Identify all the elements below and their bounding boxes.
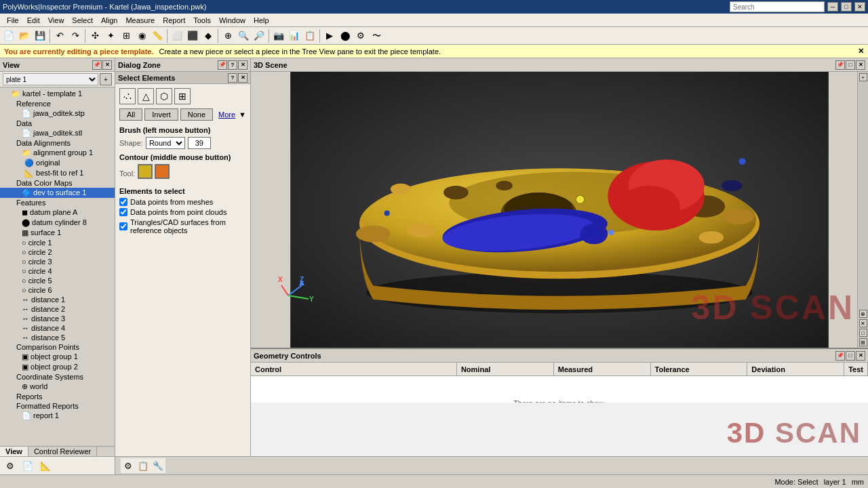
menu-measure[interactable]: Measure	[121, 16, 159, 24]
tree-item-datum-plane[interactable]: ◼ datum plane A	[0, 207, 115, 218]
measure-btn[interactable]: 📏	[150, 28, 165, 43]
menu-select[interactable]: Select	[68, 16, 97, 24]
sel-icon-mesh[interactable]: △	[138, 88, 154, 104]
tree-section-comparison[interactable]: Comparison Points	[0, 342, 115, 352]
tree-item-align-group1[interactable]: 📁 alignment group 1	[0, 148, 115, 158]
zoom-in[interactable]: 🔍	[236, 28, 251, 43]
tree-item-circle3[interactable]: ○ circle 3	[0, 257, 115, 266]
more-link[interactable]: More	[218, 110, 235, 119]
checkbox-meshes-input[interactable]	[119, 198, 127, 206]
checkbox-triangles-input[interactable]	[119, 222, 127, 230]
scene-strip-btn3[interactable]: ✕	[859, 319, 867, 327]
all-button[interactable]: All	[119, 108, 142, 121]
menu-edit[interactable]: Edit	[23, 16, 44, 24]
scene-close-button[interactable]: ✕	[856, 60, 865, 70]
tree-item-world[interactable]: ⊕ world	[0, 382, 115, 392]
tree-item-original[interactable]: 🔵 original	[0, 158, 115, 168]
tree-item-circle6[interactable]: ○ circle 6	[0, 285, 115, 295]
scene-pin-button[interactable]: 📌	[835, 60, 845, 70]
new-button[interactable]: 📄	[1, 28, 16, 43]
tree-section-reports[interactable]: Reports	[0, 392, 115, 401]
stop-btn[interactable]: ⬤	[338, 28, 353, 43]
sel-icon-surface[interactable]: ⬡	[156, 88, 172, 104]
select-help-button[interactable]: ?	[228, 73, 237, 83]
tree-item-dist2[interactable]: ↔ distance 2	[0, 304, 115, 314]
search-input[interactable]	[730, 1, 825, 12]
open-button[interactable]: 📂	[17, 28, 32, 43]
bottom-scan-btn[interactable]: 📄	[20, 458, 35, 473]
dialog-help-button[interactable]: ?	[228, 60, 237, 70]
tab-view[interactable]: View	[0, 447, 28, 456]
scene-strip-btn4[interactable]: □	[859, 329, 867, 337]
contour-yellow-icon[interactable]	[138, 164, 153, 179]
more-arrow[interactable]: ▼	[239, 110, 246, 119]
wave-btn[interactable]: 〜	[369, 28, 384, 43]
tree-item-bestfit[interactable]: 📐 best-fit to ref 1	[0, 168, 115, 178]
geo-pin-button[interactable]: 📌	[835, 351, 845, 361]
tree-section-features[interactable]: Features	[0, 198, 115, 207]
tree-item-jawa-stp[interactable]: 📄 jawa_oditek.stp	[0, 108, 115, 119]
tab-control-reviewer[interactable]: Control Reviewer	[28, 447, 97, 456]
zoom-fit[interactable]: ⊕	[220, 28, 235, 43]
menu-report[interactable]: Report	[159, 16, 189, 24]
dialog-close-button[interactable]: ✕	[238, 60, 248, 70]
redo-button[interactable]: ↷	[68, 28, 83, 43]
save-button[interactable]: 💾	[33, 28, 47, 43]
tree-item-report1[interactable]: 📄 report 1	[0, 411, 115, 421]
tree-item-dist4[interactable]: ↔ distance 4	[0, 323, 115, 333]
select-close-button[interactable]: ✕	[238, 73, 248, 83]
undo-button[interactable]: ↶	[52, 28, 67, 43]
tree-section-coords[interactable]: Coordinate Systems	[0, 372, 115, 382]
table-btn[interactable]: 📋	[302, 28, 317, 43]
camera-btn[interactable]: 📷	[271, 28, 286, 43]
tree-item-obj-group1[interactable]: ▣ object group 1	[0, 352, 115, 362]
menu-view[interactable]: View	[44, 16, 68, 24]
left-panel-pin[interactable]: 📌	[92, 60, 102, 70]
tree-section-data[interactable]: Data	[0, 119, 115, 128]
select-button[interactable]: ✣	[87, 28, 102, 43]
minimize-button[interactable]: ─	[827, 2, 838, 12]
tree-section-formatted[interactable]: Formatted Reports	[0, 401, 115, 411]
btm-btn2[interactable]: 📋	[136, 458, 151, 473]
scene-strip-btn5[interactable]: ⊞	[859, 338, 867, 346]
invert-button[interactable]: Invert	[144, 108, 178, 121]
tree-section-colormaps[interactable]: Data Color Maps	[0, 178, 115, 188]
close-button[interactable]: ✕	[854, 2, 865, 12]
tree-section-reference[interactable]: Reference	[0, 99, 115, 108]
tree-item-datum-cyl[interactable]: ⬤ datum cylinder 8	[0, 218, 115, 228]
none-button[interactable]: None	[180, 108, 213, 121]
menu-tools[interactable]: Tools	[189, 16, 215, 24]
tree-item-circle5[interactable]: ○ circle 5	[0, 276, 115, 285]
checkbox-pointclouds-input[interactable]	[119, 208, 127, 216]
info-close-button[interactable]: ✕	[858, 47, 864, 56]
tree-section-alignments[interactable]: Data Alignments	[0, 138, 115, 148]
menu-window[interactable]: Window	[215, 16, 250, 24]
add-plate-button[interactable]: +	[100, 73, 112, 85]
dialog-pin-button[interactable]: 📌	[218, 60, 227, 70]
btm-btn1[interactable]: ⚙	[121, 458, 136, 473]
tree-item-jawa-stl[interactable]: 📄 jawa_oditek.stl	[0, 128, 115, 138]
contour-orange-icon[interactable]	[155, 164, 170, 179]
bottom-measure-btn[interactable]: 📐	[38, 458, 53, 473]
tree-item-template[interactable]: 📁 kartel - template 1	[0, 89, 115, 99]
view-3d[interactable]: ◆	[201, 28, 216, 43]
menu-align[interactable]: Align	[97, 16, 121, 24]
menu-help[interactable]: Help	[250, 16, 273, 24]
sphere-button[interactable]: ◉	[134, 28, 149, 43]
sel-icon-point[interactable]: ·∴	[119, 88, 136, 104]
brush-shape-select[interactable]: Round Square	[146, 137, 185, 149]
tree-item-dev-surface[interactable]: 🔷 dev to surface 1	[0, 188, 115, 198]
tree-item-dist5[interactable]: ↔ distance 5	[0, 333, 115, 342]
brush-size-input[interactable]	[188, 137, 211, 149]
settings-btn[interactable]: ⚙	[353, 28, 368, 43]
sel-icon-scan[interactable]: ⊞	[174, 88, 191, 104]
tree-item-dist1[interactable]: ↔ distance 1	[0, 295, 115, 304]
tree-item-circle4[interactable]: ○ circle 4	[0, 266, 115, 276]
tree-item-circle1[interactable]: ○ circle 1	[0, 238, 115, 247]
tree-item-obj-group2[interactable]: ▣ object group 2	[0, 362, 115, 372]
geo-close-button[interactable]: ✕	[856, 351, 865, 361]
scene-strip-btn1[interactable]: +	[859, 73, 867, 81]
brush-button[interactable]: ✦	[103, 28, 118, 43]
restore-button[interactable]: □	[841, 2, 852, 12]
view-front[interactable]: ⬜	[170, 28, 184, 43]
